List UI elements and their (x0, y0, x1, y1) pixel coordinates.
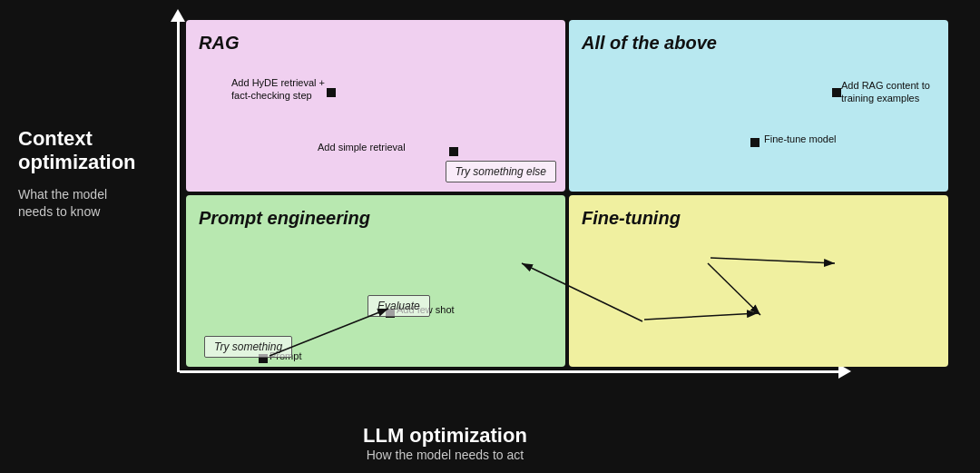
try-something-else-box: Try something else (446, 161, 556, 182)
all-title: All of the above (582, 33, 936, 54)
quadrant-all: All of the above Add RAG content totrain… (569, 20, 948, 192)
evaluate-box: Evaluate (368, 295, 430, 317)
node-rag-content (832, 88, 841, 97)
label-hyde: Add HyDE retrieval +fact-checking step (231, 76, 325, 103)
prompt-title: Prompt engineering (199, 208, 553, 229)
context-sub-text: What the modelneeds to know (18, 186, 136, 222)
node-hyde (327, 88, 336, 97)
vertical-axis-arrow (177, 18, 180, 372)
quadrant-prompt: Prompt engineering Prompt Add few shot E… (186, 195, 565, 367)
context-optimization-label: Contextoptimization What the modelneeds … (18, 127, 136, 222)
try-something-box: Try something (204, 336, 292, 358)
label-fine-tune: Fine-tune model (764, 133, 837, 145)
quadrant-fine: Fine-tuning (569, 195, 948, 367)
context-main-text: Contextoptimization (18, 127, 136, 175)
quadrant-rag: RAG Add HyDE retrieval +fact-checking st… (186, 20, 565, 192)
quadrant-grid: RAG Add HyDE retrieval +fact-checking st… (186, 20, 948, 367)
llm-main-text: LLM optimization (363, 424, 527, 448)
llm-optimization-label: LLM optimization How the model needs to … (363, 424, 527, 462)
rag-title: RAG (199, 33, 553, 54)
horizontal-axis-arrow (180, 370, 842, 373)
label-rag-content: Add RAG content totraining examples (841, 79, 948, 105)
node-fine-tune (750, 138, 760, 147)
fine-title: Fine-tuning (582, 208, 936, 229)
llm-sub-text: How the model needs to act (363, 448, 527, 462)
node-simple-retrieval (449, 147, 458, 156)
label-simple-retrieval: Add simple retrieval (318, 141, 406, 153)
